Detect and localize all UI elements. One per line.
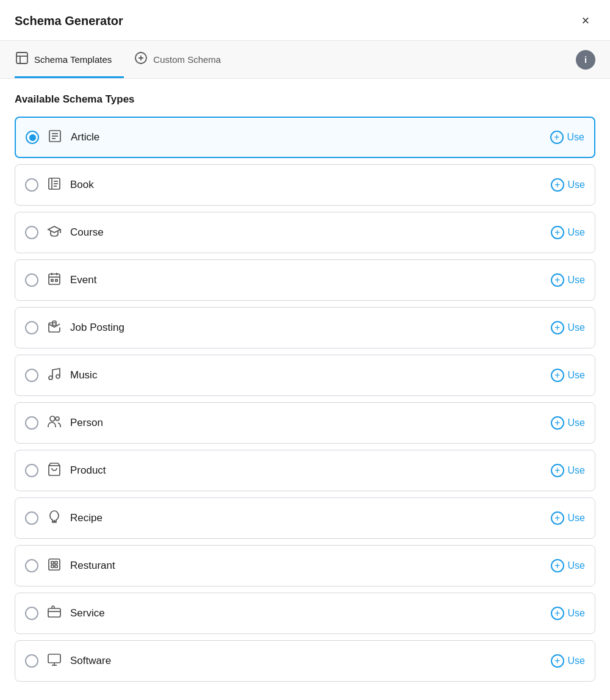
schema-item-left-event: Event	[25, 272, 96, 289]
tab-schema-templates-label: Schema Templates	[34, 54, 112, 65]
svg-point-23	[49, 376, 52, 380]
plus-circle-icon-event: +	[551, 273, 564, 287]
icon-music	[47, 367, 62, 384]
icon-person	[47, 414, 62, 432]
icon-recipe	[47, 510, 62, 527]
schema-item-recipe[interactable]: Recipe + Use	[15, 497, 595, 539]
use-button-software[interactable]: + Use	[551, 654, 585, 668]
plus-circle-icon-recipe: +	[551, 511, 564, 525]
use-label-resturant: Use	[568, 560, 585, 571]
use-label-person: Use	[568, 417, 585, 428]
plus-circle-icon-person: +	[551, 416, 564, 430]
schema-item-software[interactable]: Software + Use	[15, 640, 595, 682]
info-button[interactable]: i	[576, 50, 595, 70]
use-button-course[interactable]: + Use	[551, 226, 585, 239]
schema-item-resturant[interactable]: Resturant + Use	[15, 545, 595, 586]
schema-item-course[interactable]: Course + Use	[15, 212, 595, 253]
schema-item-article[interactable]: Article + Use	[15, 117, 595, 158]
svg-rect-30	[49, 559, 60, 570]
radio-recipe[interactable]	[25, 511, 38, 525]
svg-point-24	[56, 375, 60, 378]
schema-generator-modal: Schema Generator × Schema Templates	[0, 0, 610, 700]
radio-course[interactable]	[25, 226, 38, 239]
radio-book[interactable]	[25, 178, 38, 192]
tab-custom-schema[interactable]: Custom Schema	[134, 41, 233, 78]
use-button-recipe[interactable]: + Use	[551, 511, 585, 525]
plus-circle-icon-music: +	[551, 369, 564, 382]
use-button-job-posting[interactable]: + Use	[551, 321, 585, 334]
svg-rect-37	[48, 654, 60, 663]
schema-item-left-service: Service	[25, 605, 105, 622]
schema-item-left-music: Music	[25, 367, 97, 384]
use-label-course: Use	[568, 227, 585, 238]
schema-item-person[interactable]: Person + Use	[15, 402, 595, 444]
svg-rect-34	[55, 565, 57, 568]
radio-product[interactable]	[25, 464, 38, 477]
schema-item-left-course: Course	[25, 224, 104, 242]
main-content: Available Schema Types Article + Use	[0, 79, 610, 700]
plus-circle-icon-service: +	[551, 607, 564, 620]
radio-service[interactable]	[25, 607, 38, 620]
schema-item-service[interactable]: Service + Use	[15, 593, 595, 634]
icon-resturant	[47, 557, 62, 575]
svg-rect-22	[52, 323, 56, 325]
svg-point-25	[50, 416, 55, 421]
use-button-service[interactable]: + Use	[551, 607, 585, 620]
tabs-bar: Schema Templates Custom Schema i	[0, 41, 610, 79]
radio-job-posting[interactable]	[25, 321, 38, 334]
schema-item-left-person: Person	[25, 414, 103, 432]
schema-item-left-software: Software	[25, 652, 111, 670]
svg-rect-31	[51, 561, 54, 564]
schema-name-software: Software	[70, 655, 111, 667]
use-label-event: Use	[568, 275, 585, 286]
radio-software[interactable]	[25, 654, 38, 668]
schema-name-product: Product	[70, 464, 106, 477]
schema-templates-icon	[15, 51, 29, 68]
use-button-product[interactable]: + Use	[551, 464, 585, 477]
schema-name-person: Person	[70, 417, 103, 429]
use-button-resturant[interactable]: + Use	[551, 559, 585, 572]
use-button-person[interactable]: + Use	[551, 416, 585, 430]
icon-article	[48, 129, 62, 146]
tab-custom-schema-label: Custom Schema	[153, 54, 221, 65]
use-button-music[interactable]: + Use	[551, 369, 585, 382]
tabs-left: Schema Templates Custom Schema	[15, 41, 243, 78]
svg-point-26	[56, 417, 59, 420]
plus-circle-icon-job-posting: +	[551, 321, 564, 334]
use-button-article[interactable]: + Use	[550, 131, 584, 144]
schema-item-left-job-posting: Job Posting	[25, 319, 124, 337]
schema-name-course: Course	[70, 226, 104, 239]
plus-circle-icon-course: +	[551, 226, 564, 239]
svg-rect-33	[51, 565, 54, 568]
use-button-book[interactable]: + Use	[551, 178, 585, 192]
use-label-product: Use	[568, 465, 585, 476]
schema-item-product[interactable]: Product + Use	[15, 450, 595, 491]
schema-item-event[interactable]: Event + Use	[15, 259, 595, 301]
schema-item-job-posting[interactable]: Job Posting + Use	[15, 307, 595, 348]
radio-event[interactable]	[25, 273, 38, 287]
radio-music[interactable]	[25, 369, 38, 382]
icon-service	[47, 605, 62, 622]
schema-list: Article + Use Book + Use	[15, 117, 595, 682]
close-button[interactable]: ×	[576, 11, 595, 31]
use-label-service: Use	[568, 608, 585, 619]
plus-circle-icon-product: +	[551, 464, 564, 477]
schema-item-book[interactable]: Book + Use	[15, 164, 595, 206]
use-label-article: Use	[567, 132, 584, 143]
schema-name-job-posting: Job Posting	[70, 322, 124, 334]
radio-person[interactable]	[25, 416, 38, 430]
use-button-event[interactable]: + Use	[551, 273, 585, 287]
icon-product	[47, 462, 62, 480]
svg-rect-0	[16, 52, 27, 63]
schema-item-music[interactable]: Music + Use	[15, 355, 595, 396]
radio-article[interactable]	[26, 131, 39, 144]
icon-job-posting	[47, 319, 62, 337]
schema-name-event: Event	[70, 274, 96, 286]
icon-event	[47, 272, 62, 289]
use-label-software: Use	[568, 655, 585, 666]
schema-item-left-resturant: Resturant	[25, 557, 115, 575]
radio-resturant[interactable]	[25, 559, 38, 572]
tab-schema-templates[interactable]: Schema Templates	[15, 41, 124, 78]
use-label-recipe: Use	[568, 513, 585, 524]
modal-header: Schema Generator ×	[0, 0, 610, 41]
